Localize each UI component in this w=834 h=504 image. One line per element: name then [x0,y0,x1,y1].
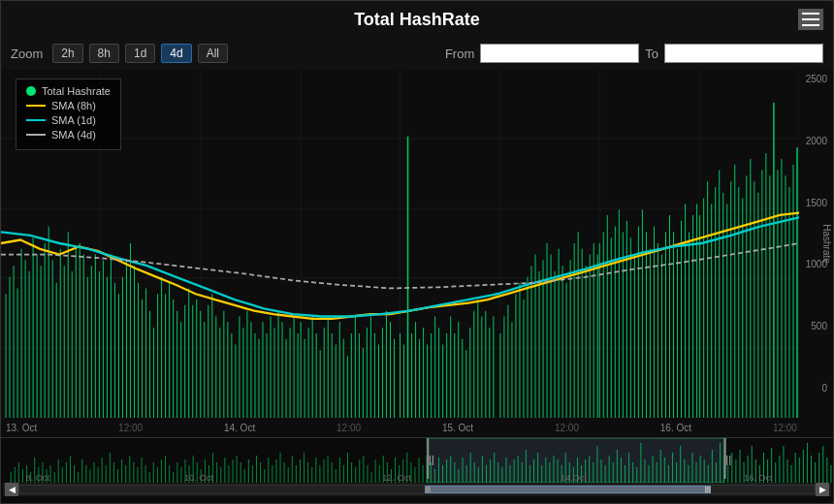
legend-line-sma8h [26,105,46,107]
zoom-1d-button[interactable]: 1d [125,44,155,63]
svg-text:16. Oct: 16. Oct [744,473,773,483]
scroll-right-button[interactable]: ▶ [816,483,829,496]
legend-label-sma8h: SMA (8h) [51,100,96,111]
svg-text:14.Oct: 14.Oct [561,473,588,483]
x-tick-5: 12:00 [555,423,579,433]
x-tick-7: 12:00 [773,423,797,433]
y-tick-2000: 2000 [806,136,827,146]
legend-dot-hashrate [26,86,36,96]
hamburger-line-3 [802,24,819,26]
y-tick-2500: 2500 [806,74,827,84]
scroll-left-button[interactable]: ◀ [5,483,18,496]
legend-label-sma4d: SMA (4d) [51,129,96,141]
legend-line-sma4d [26,134,46,136]
legend-label-sma1d: SMA (1d) [51,114,96,126]
legend-item-sma4d: SMA (4d) [26,129,111,141]
svg-rect-435 [724,438,726,479]
from-date-input[interactable]: Oct 12, 2018 [480,44,639,63]
scrollbar-handle-right[interactable]: ||| [705,487,710,492]
scrollbar-handle[interactable]: ||| [425,486,711,493]
scrollbar-handle-left[interactable] [426,487,431,492]
legend-line-sma1d [26,119,46,121]
y-axis: 2500 2000 1500 1000 500 0 [800,69,829,398]
zoom-8h-button[interactable]: 8h [89,44,119,63]
y-tick-1500: 1500 [806,198,827,208]
x-tick-2: 14. Oct [224,423,255,433]
to-label: To [645,47,658,61]
y-tick-0: 0 [821,383,827,394]
zoom-4d-button[interactable]: 4d [161,44,191,63]
navigator: 8. Oct 10. Oct 12. Oct 14.Oct 16. Oct ◀ … [1,437,833,503]
header: Total HashRate [1,1,833,38]
zoom-2h-button[interactable]: 2h [52,44,82,63]
x-tick-1: 12:00 [118,423,143,433]
to-date-input[interactable]: Oct 16, 2018 [664,44,823,63]
hamburger-line-2 [802,18,819,20]
zoom-label: Zoom [11,47,43,61]
chart-area: Total Hashrate SMA (8h) SMA (1d) SMA (4d… [1,69,833,437]
y-tick-1000: 1000 [806,259,827,269]
chart-legend: Total Hashrate SMA (8h) SMA (1d) SMA (4d… [16,79,121,150]
svg-rect-434 [427,438,429,479]
scrollbar-track[interactable]: ||| [18,485,816,494]
hamburger-button[interactable] [798,9,823,30]
x-tick-0: 13. Oct [6,423,37,433]
x-tick-6: 16. Oct [660,423,691,433]
page-title: Total HashRate [354,10,480,30]
legend-item-hashrate: Total Hashrate [26,85,111,97]
legend-item-sma8h: SMA (8h) [26,100,111,111]
scrollbar: ◀ ||| ▶ [3,483,831,496]
main-container: Total HashRate Zoom 2h 8h 1d 4d All From… [0,0,834,504]
svg-text:12. Oct: 12. Oct [382,473,411,483]
legend-item-sma1d: SMA (1d) [26,114,111,126]
y-tick-500: 500 [811,321,827,331]
x-axis: 13. Oct 12:00 14. Oct 12:00 15. Oct 12:0… [1,418,799,437]
navigator-svg: 8. Oct 10. Oct 12. Oct 14.Oct 16. Oct [1,438,833,483]
controls-row: Zoom 2h 8h 1d 4d All From Oct 12, 2018 T… [1,38,833,69]
hamburger-line-1 [802,13,819,15]
svg-text:8. Oct: 8. Oct [26,473,50,483]
zoom-all-button[interactable]: All [198,44,228,63]
legend-label-hashrate: Total Hashrate [42,85,111,97]
from-label: From [445,47,474,61]
x-tick-3: 12:00 [337,423,361,433]
x-tick-4: 15. Oct [442,423,473,433]
svg-text:10. Oct: 10. Oct [184,473,213,483]
